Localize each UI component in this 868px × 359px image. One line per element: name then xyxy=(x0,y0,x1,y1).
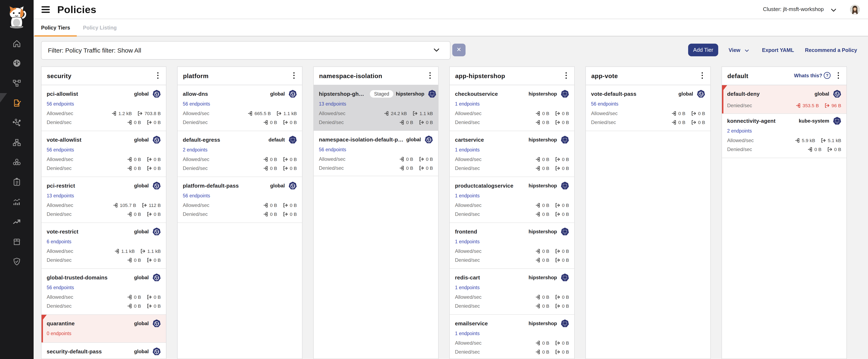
svg-text:?: ? xyxy=(826,73,828,78)
